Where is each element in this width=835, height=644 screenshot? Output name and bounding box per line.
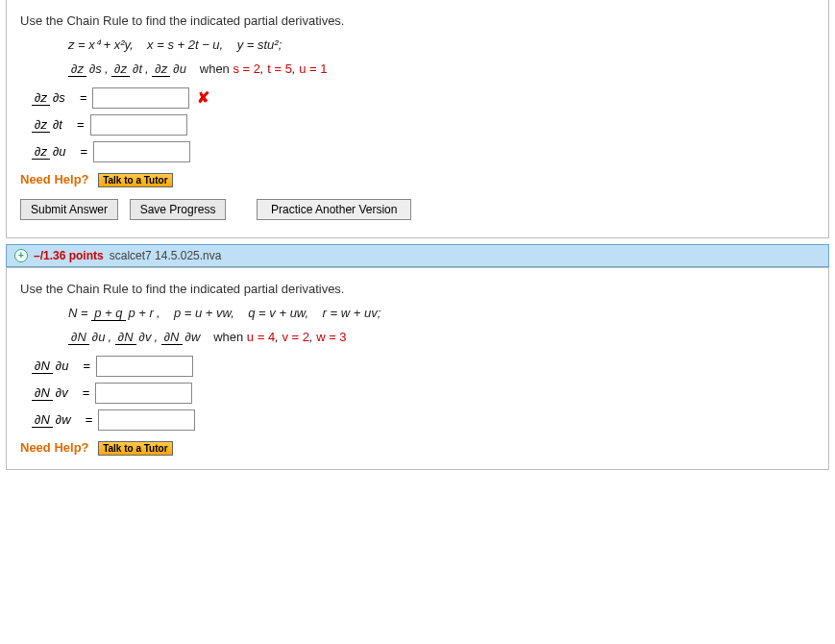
input-dndw[interactable]: [98, 409, 195, 431]
when-text: when u = 4, v = 2, w = 3: [213, 330, 346, 344]
when-text: when s = 2, t = 5, u = 1: [200, 62, 328, 76]
frac-dndu: ∂N∂u: [68, 328, 108, 348]
equals: =: [83, 385, 90, 400]
eq-p: p = u + vw,: [174, 306, 234, 320]
eq-n: N =: [68, 306, 91, 320]
input-dzds[interactable]: [92, 87, 189, 109]
eq-r: r = w + uv;: [323, 306, 381, 320]
equation-block: z = x⁴ + x²y, x = s + 2t − u, y = stu²; …: [68, 36, 815, 80]
frac-dndw: ∂N∂w: [161, 328, 204, 348]
points-label: –/1.36 points: [34, 249, 104, 262]
talk-tutor-button[interactable]: Talk to a Tutor: [98, 173, 172, 187]
question-header: + –/1.36 points scalcet7 14.5.025.nva: [6, 244, 829, 267]
equals: =: [83, 359, 90, 373]
frac-dzdu: ∂z∂u: [152, 60, 189, 80]
label-dzdt: ∂z∂t: [32, 117, 65, 132]
need-help-label: Need Help?: [20, 172, 89, 186]
label-dzdu: ∂z∂u: [32, 144, 69, 159]
equals: =: [86, 412, 93, 427]
answer-dzdu: ∂z∂u =: [32, 141, 815, 162]
button-row: Submit Answer Save Progress Practice Ano…: [20, 199, 815, 220]
frac-dzds: ∂z∂s: [68, 60, 105, 80]
frac-n: p + qp + r: [91, 304, 157, 324]
label-dndu: ∂N∂u: [32, 359, 71, 373]
eq-y: y = stu²;: [237, 37, 282, 52]
equation-block: N = p + qp + r, p = u + vw, q = v + uw, …: [68, 304, 815, 348]
practice-another-button[interactable]: Practice Another Version: [257, 199, 411, 220]
eq-x: x = s + 2t − u,: [147, 37, 223, 52]
input-dzdt[interactable]: [90, 114, 187, 136]
label-dzds: ∂z∂s: [32, 90, 68, 105]
input-dndu[interactable]: [96, 356, 193, 377]
eq-z: z = x⁴ + x²y,: [68, 37, 134, 52]
need-help-row: Need Help? Talk to a Tutor: [20, 440, 815, 456]
instruction: Use the Chain Rule to find the indicated…: [20, 13, 815, 28]
equals: =: [81, 144, 88, 159]
expand-icon[interactable]: +: [14, 249, 28, 262]
need-help-label: Need Help?: [20, 440, 89, 455]
need-help-row: Need Help? Talk to a Tutor: [20, 172, 815, 187]
answer-dzds: ∂z∂s = ✘: [32, 87, 815, 109]
label-dndv: ∂N∂v: [32, 385, 71, 400]
answer-dzdt: ∂z∂t =: [32, 114, 815, 136]
input-dzdu[interactable]: [93, 141, 190, 162]
answer-dndv: ∂N∂v =: [32, 383, 815, 404]
save-progress-button[interactable]: Save Progress: [130, 199, 227, 220]
question-1: Use the Chain Rule to find the indicated…: [6, 0, 829, 238]
wrong-icon: ✘: [197, 88, 209, 107]
talk-tutor-button[interactable]: Talk to a Tutor: [98, 441, 172, 456]
label-dndw: ∂N∂w: [32, 412, 74, 427]
input-dndv[interactable]: [95, 383, 192, 404]
answer-dndu: ∂N∂u =: [32, 356, 815, 377]
answer-dndw: ∂N∂w =: [32, 409, 815, 431]
instruction: Use the Chain Rule to find the indicated…: [20, 282, 815, 296]
frac-dndv: ∂N∂v: [115, 328, 155, 348]
question-ref: scalcet7 14.5.025.nva: [110, 249, 222, 262]
eq-q: q = v + uw,: [248, 306, 308, 320]
frac-dzdt: ∂z∂t: [111, 60, 145, 80]
question-2: Use the Chain Rule to find the indicated…: [6, 267, 829, 470]
equals: =: [77, 117, 85, 132]
submit-answer-button[interactable]: Submit Answer: [20, 199, 118, 220]
equals: =: [80, 90, 87, 105]
